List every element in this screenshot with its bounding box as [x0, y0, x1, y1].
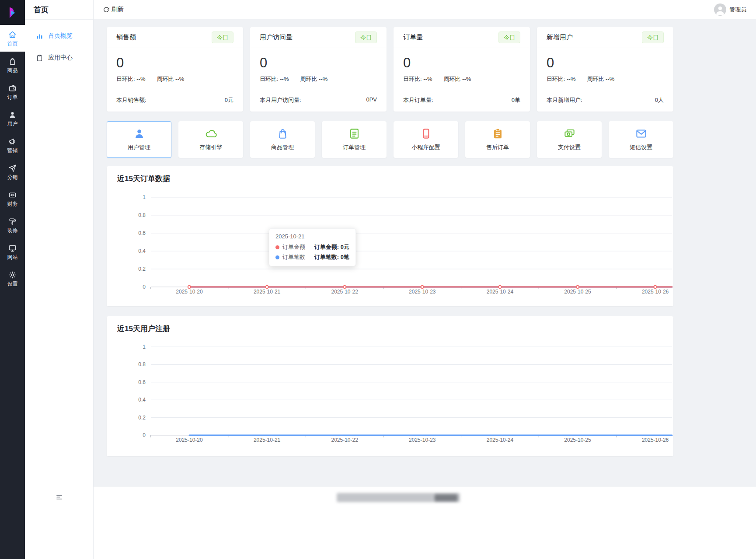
week-ratio: 周环比 --%: [443, 75, 471, 83]
username: 管理员: [729, 6, 746, 14]
today-badge: 今日: [498, 31, 520, 43]
week-ratio: 周环比 --%: [300, 75, 327, 83]
svg-text:2025-10-26: 2025-10-26: [642, 289, 669, 295]
svg-text:2025-10-23: 2025-10-23: [409, 289, 436, 295]
decorate-icon: [8, 217, 17, 226]
website-icon: [8, 244, 17, 252]
orders-icon: [8, 84, 17, 92]
tooltip-date: 2025-10-21: [275, 233, 349, 240]
svg-text:2025-10-23: 2025-10-23: [409, 437, 436, 443]
payment-icon: [564, 128, 575, 140]
shortcut-card[interactable]: 支付设置: [537, 121, 602, 158]
rail-item[interactable]: 装修: [0, 212, 25, 238]
svg-text:2025-10-24: 2025-10-24: [487, 289, 514, 295]
rail-item[interactable]: 首页: [0, 25, 25, 52]
shortcut-card[interactable]: 订单管理: [322, 121, 387, 158]
stat-card: 订单量 今日 0 日环比: --% 周环比 --% 本月订单量: 0单: [394, 27, 530, 112]
refresh-button[interactable]: 刷新: [103, 6, 124, 14]
appcenter-icon: [36, 54, 43, 62]
rail-item[interactable]: 分销: [0, 158, 25, 185]
rail-item[interactable]: 商品: [0, 52, 25, 78]
user-manage-icon: [133, 128, 145, 140]
month-label: 本月用户访问量:: [260, 96, 301, 104]
day-ratio: 日环比: --%: [116, 75, 145, 83]
rail-nav: 首页 商品 订单 用户 营销 分销 财务: [0, 0, 25, 559]
shortcut-card[interactable]: 用户管理: [107, 121, 171, 158]
sidebar-item[interactable]: 首页概览: [25, 25, 93, 47]
week-ratio: 周环比 --%: [587, 75, 614, 83]
distribution-icon: [8, 164, 17, 172]
svg-text:2025-10-22: 2025-10-22: [331, 289, 359, 295]
shortcut-card[interactable]: 短信设置: [609, 121, 673, 158]
shortcut-card[interactable]: 小程序配置: [394, 121, 458, 158]
series-dot: [275, 245, 279, 249]
rail-item[interactable]: 用户: [0, 105, 25, 132]
shortcut-card[interactable]: 商品管理: [250, 121, 315, 158]
svg-text:1: 1: [143, 194, 146, 200]
stat-value: 0: [260, 55, 377, 71]
avatar: [714, 3, 726, 16]
registrations-chart-canvas[interactable]: 10.80.60.40.202025-10-202025-10-212025-1…: [107, 316, 673, 456]
series-dot: [275, 255, 279, 259]
home-icon: [8, 31, 17, 39]
stats-row: 销售额 今日 0 日环比: --% 周环比 --% 本月销售额: 0元 用户访问…: [107, 27, 673, 112]
day-ratio: 日环比: --%: [547, 75, 575, 83]
shortcut-card[interactable]: 售后订单: [465, 121, 530, 158]
svg-text:0.2: 0.2: [138, 415, 146, 421]
svg-text:0: 0: [143, 284, 146, 290]
orders-chart-card: 近15天订单数据 10.80.60.40.202025-10-202025-10…: [107, 166, 673, 306]
rail-items: 首页 商品 订单 用户 营销 分销 财务: [0, 25, 25, 292]
svg-text:2025-10-21: 2025-10-21: [254, 437, 281, 443]
footer-blurred-text-dark: [435, 494, 457, 501]
day-ratio: 日环比: --%: [260, 75, 289, 83]
svg-text:0: 0: [143, 432, 146, 438]
svg-text:2025-10-20: 2025-10-20: [176, 289, 203, 295]
month-value: 0人: [655, 96, 664, 104]
svg-text:1: 1: [143, 344, 146, 350]
svg-text:0.6: 0.6: [138, 379, 146, 385]
refresh-icon: [103, 7, 109, 13]
stat-card: 用户访问量 今日 0 日环比: --% 周环比 --% 本月用户访问量: 0PV: [250, 27, 387, 112]
stat-card: 销售额 今日 0 日环比: --% 周环比 --% 本月销售额: 0元: [107, 27, 243, 112]
svg-text:2025-10-24: 2025-10-24: [487, 437, 514, 443]
orders-chart-canvas[interactable]: 10.80.60.40.202025-10-202025-10-212025-1…: [107, 166, 673, 306]
sidebar: 首页 首页概览 应用中心: [25, 0, 94, 559]
rail-item[interactable]: 财务: [0, 185, 25, 212]
svg-text:0.2: 0.2: [138, 266, 146, 272]
goods-manage-icon: [277, 128, 289, 140]
month-value: 0单: [512, 96, 520, 104]
today-badge: 今日: [212, 31, 233, 43]
month-value: 0元: [225, 96, 233, 104]
stat-title: 订单量: [403, 33, 423, 42]
svg-text:0.8: 0.8: [138, 212, 146, 218]
stat-title: 销售额: [116, 33, 136, 42]
shortcut-card[interactable]: 存储引擎: [178, 121, 243, 158]
users-icon: [8, 111, 17, 119]
today-badge: 今日: [355, 31, 377, 43]
aftersale-icon: [492, 128, 504, 140]
sidebar-item[interactable]: 应用中心: [25, 47, 93, 69]
marketing-icon: [8, 137, 17, 146]
user-menu[interactable]: 管理员: [714, 3, 746, 16]
app-logo[interactable]: [0, 0, 25, 25]
stat-value: 0: [403, 55, 520, 71]
rail-item[interactable]: 网站: [0, 238, 25, 265]
finance-icon: [8, 191, 17, 199]
menu-fold-icon: [56, 493, 63, 501]
stat-value: 0: [547, 55, 664, 71]
admin-dashboard: 首页 商品 订单 用户 营销 分销 财务: [0, 0, 756, 559]
month-label: 本月销售额:: [116, 96, 146, 104]
rail-item[interactable]: 订单: [0, 78, 25, 105]
sidebar-collapse-toggle[interactable]: [25, 487, 93, 507]
day-ratio: 日环比: --%: [403, 75, 432, 83]
svg-text:2025-10-22: 2025-10-22: [331, 437, 359, 443]
shortcuts-row: 用户管理 存储引擎 商品管理 订单管理 小程序配置 售后订单 支付设置: [107, 121, 673, 158]
week-ratio: 周环比 --%: [157, 75, 184, 83]
rail-item[interactable]: 营销: [0, 132, 25, 158]
order-manage-icon: [348, 128, 360, 140]
month-label: 本月订单量:: [403, 96, 433, 104]
rail-item[interactable]: 设置: [0, 265, 25, 292]
chart-tooltip: 2025-10-21 订单金额 订单金额: 0元 订单笔数 订单笔数: 0笔: [269, 228, 356, 266]
svg-text:0.6: 0.6: [138, 230, 146, 236]
svg-text:2025-10-21: 2025-10-21: [254, 289, 281, 295]
